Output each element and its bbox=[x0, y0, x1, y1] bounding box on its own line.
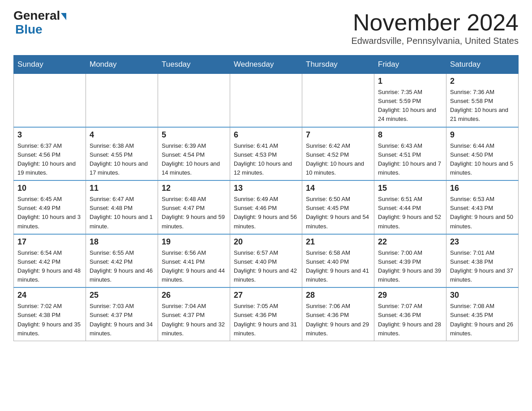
day-info: Sunrise: 7:04 AMSunset: 4:37 PMDaylight:… bbox=[162, 302, 226, 338]
day-number: 20 bbox=[234, 237, 298, 247]
day-number: 4 bbox=[90, 130, 154, 140]
day-info: Sunrise: 7:00 AMSunset: 4:39 PMDaylight:… bbox=[378, 248, 442, 285]
title-area: November 2024 Edwardsville, Pennsylvania… bbox=[351, 9, 519, 46]
col-tuesday: Tuesday bbox=[158, 56, 230, 74]
col-friday: Friday bbox=[374, 56, 446, 74]
calendar-table: Sunday Monday Tuesday Wednesday Thursday… bbox=[13, 55, 519, 341]
day-number: 6 bbox=[234, 130, 298, 140]
table-row: 17Sunrise: 6:54 AMSunset: 4:42 PMDayligh… bbox=[14, 234, 86, 288]
day-info: Sunrise: 6:56 AMSunset: 4:41 PMDaylight:… bbox=[162, 248, 226, 285]
day-info: Sunrise: 6:39 AMSunset: 4:54 PMDaylight:… bbox=[162, 141, 226, 178]
table-row: 11Sunrise: 6:47 AMSunset: 4:48 PMDayligh… bbox=[86, 180, 158, 234]
day-number: 2 bbox=[450, 77, 515, 86]
day-info: Sunrise: 7:02 AMSunset: 4:38 PMDaylight:… bbox=[17, 302, 82, 338]
day-info: Sunrise: 7:05 AMSunset: 4:36 PMDaylight:… bbox=[234, 302, 298, 338]
day-info: Sunrise: 6:44 AMSunset: 4:50 PMDaylight:… bbox=[450, 141, 515, 178]
day-info: Sunrise: 6:37 AMSunset: 4:56 PMDaylight:… bbox=[17, 141, 82, 178]
day-number: 8 bbox=[378, 130, 442, 140]
table-row: 6Sunrise: 6:41 AMSunset: 4:53 PMDaylight… bbox=[230, 127, 302, 181]
table-row: 14Sunrise: 6:50 AMSunset: 4:45 PMDayligh… bbox=[302, 180, 374, 234]
col-monday: Monday bbox=[86, 56, 158, 74]
table-row: 8Sunrise: 6:43 AMSunset: 4:51 PMDaylight… bbox=[374, 127, 446, 181]
day-number: 21 bbox=[306, 237, 370, 247]
day-info: Sunrise: 6:49 AMSunset: 4:46 PMDaylight:… bbox=[234, 195, 298, 231]
day-info: Sunrise: 7:03 AMSunset: 4:37 PMDaylight:… bbox=[90, 302, 154, 338]
table-row: 7Sunrise: 6:42 AMSunset: 4:52 PMDaylight… bbox=[302, 127, 374, 181]
week-row-5: 24Sunrise: 7:02 AMSunset: 4:38 PMDayligh… bbox=[14, 287, 519, 341]
day-number: 14 bbox=[306, 184, 370, 193]
table-row: 16Sunrise: 6:53 AMSunset: 4:43 PMDayligh… bbox=[446, 180, 519, 234]
table-row: 24Sunrise: 7:02 AMSunset: 4:38 PMDayligh… bbox=[14, 287, 86, 341]
day-info: Sunrise: 6:53 AMSunset: 4:43 PMDaylight:… bbox=[450, 195, 515, 231]
day-number: 12 bbox=[162, 184, 226, 193]
table-row: 1Sunrise: 7:35 AMSunset: 5:59 PMDaylight… bbox=[374, 74, 446, 127]
day-number: 27 bbox=[234, 291, 298, 300]
week-row-1: 1Sunrise: 7:35 AMSunset: 5:59 PMDaylight… bbox=[14, 74, 519, 127]
day-number: 5 bbox=[162, 130, 226, 140]
day-info: Sunrise: 6:43 AMSunset: 4:51 PMDaylight:… bbox=[378, 141, 442, 178]
table-row: 26Sunrise: 7:04 AMSunset: 4:37 PMDayligh… bbox=[158, 287, 230, 341]
logo-area: General Blue bbox=[13, 9, 66, 37]
table-row: 21Sunrise: 6:58 AMSunset: 4:40 PMDayligh… bbox=[302, 234, 374, 288]
table-row: 2Sunrise: 7:36 AMSunset: 5:58 PMDaylight… bbox=[446, 74, 519, 127]
day-info: Sunrise: 6:41 AMSunset: 4:53 PMDaylight:… bbox=[234, 141, 298, 178]
table-row: 29Sunrise: 7:07 AMSunset: 4:36 PMDayligh… bbox=[374, 287, 446, 341]
day-number: 13 bbox=[234, 184, 298, 193]
day-number: 22 bbox=[378, 237, 442, 247]
table-row bbox=[158, 74, 230, 127]
week-row-4: 17Sunrise: 6:54 AMSunset: 4:42 PMDayligh… bbox=[14, 234, 519, 288]
day-number: 25 bbox=[90, 291, 154, 300]
day-info: Sunrise: 6:47 AMSunset: 4:48 PMDaylight:… bbox=[90, 195, 154, 231]
week-row-2: 3Sunrise: 6:37 AMSunset: 4:56 PMDaylight… bbox=[14, 127, 519, 181]
day-number: 18 bbox=[90, 237, 154, 247]
day-info: Sunrise: 6:51 AMSunset: 4:44 PMDaylight:… bbox=[378, 195, 442, 231]
day-info: Sunrise: 6:57 AMSunset: 4:40 PMDaylight:… bbox=[234, 248, 298, 285]
day-number: 19 bbox=[162, 237, 226, 247]
calendar-header-row: Sunday Monday Tuesday Wednesday Thursday… bbox=[14, 56, 519, 74]
day-info: Sunrise: 6:38 AMSunset: 4:55 PMDaylight:… bbox=[90, 141, 154, 178]
col-thursday: Thursday bbox=[302, 56, 374, 74]
day-number: 10 bbox=[17, 184, 82, 193]
day-info: Sunrise: 7:36 AMSunset: 5:58 PMDaylight:… bbox=[450, 88, 515, 124]
logo: General bbox=[13, 9, 66, 23]
day-number: 26 bbox=[162, 291, 226, 300]
table-row: 22Sunrise: 7:00 AMSunset: 4:39 PMDayligh… bbox=[374, 234, 446, 288]
table-row: 28Sunrise: 7:06 AMSunset: 4:36 PMDayligh… bbox=[302, 287, 374, 341]
logo-blue: Blue bbox=[15, 23, 43, 37]
table-row: 4Sunrise: 6:38 AMSunset: 4:55 PMDaylight… bbox=[86, 127, 158, 181]
day-number: 9 bbox=[450, 130, 515, 140]
table-row bbox=[14, 74, 86, 127]
table-row bbox=[302, 74, 374, 127]
table-row: 27Sunrise: 7:05 AMSunset: 4:36 PMDayligh… bbox=[230, 287, 302, 341]
col-sunday: Sunday bbox=[14, 56, 86, 74]
table-row: 19Sunrise: 6:56 AMSunset: 4:41 PMDayligh… bbox=[158, 234, 230, 288]
day-number: 11 bbox=[90, 184, 154, 193]
day-number: 1 bbox=[378, 77, 442, 86]
day-info: Sunrise: 7:35 AMSunset: 5:59 PMDaylight:… bbox=[378, 88, 442, 124]
table-row: 20Sunrise: 6:57 AMSunset: 4:40 PMDayligh… bbox=[230, 234, 302, 288]
day-number: 28 bbox=[306, 291, 370, 300]
day-info: Sunrise: 7:06 AMSunset: 4:36 PMDaylight:… bbox=[306, 302, 370, 338]
table-row: 23Sunrise: 7:01 AMSunset: 4:38 PMDayligh… bbox=[446, 234, 519, 288]
table-row: 3Sunrise: 6:37 AMSunset: 4:56 PMDaylight… bbox=[14, 127, 86, 181]
table-row: 10Sunrise: 6:45 AMSunset: 4:49 PMDayligh… bbox=[14, 180, 86, 234]
month-year-title: November 2024 bbox=[351, 9, 519, 36]
day-info: Sunrise: 6:42 AMSunset: 4:52 PMDaylight:… bbox=[306, 141, 370, 178]
day-info: Sunrise: 6:58 AMSunset: 4:40 PMDaylight:… bbox=[306, 248, 370, 285]
day-number: 29 bbox=[378, 291, 442, 300]
day-info: Sunrise: 7:07 AMSunset: 4:36 PMDaylight:… bbox=[378, 302, 442, 338]
table-row: 9Sunrise: 6:44 AMSunset: 4:50 PMDaylight… bbox=[446, 127, 519, 181]
table-row: 12Sunrise: 6:48 AMSunset: 4:47 PMDayligh… bbox=[158, 180, 230, 234]
table-row bbox=[86, 74, 158, 127]
week-row-3: 10Sunrise: 6:45 AMSunset: 4:49 PMDayligh… bbox=[14, 180, 519, 234]
day-info: Sunrise: 6:48 AMSunset: 4:47 PMDaylight:… bbox=[162, 195, 226, 231]
day-info: Sunrise: 6:55 AMSunset: 4:42 PMDaylight:… bbox=[90, 248, 154, 285]
col-saturday: Saturday bbox=[446, 56, 519, 74]
day-number: 16 bbox=[450, 184, 515, 193]
day-number: 15 bbox=[378, 184, 442, 193]
day-number: 30 bbox=[450, 291, 515, 300]
table-row: 30Sunrise: 7:08 AMSunset: 4:35 PMDayligh… bbox=[446, 287, 519, 341]
day-info: Sunrise: 6:54 AMSunset: 4:42 PMDaylight:… bbox=[17, 248, 82, 285]
day-number: 3 bbox=[17, 130, 82, 140]
day-info: Sunrise: 6:45 AMSunset: 4:49 PMDaylight:… bbox=[17, 195, 82, 231]
